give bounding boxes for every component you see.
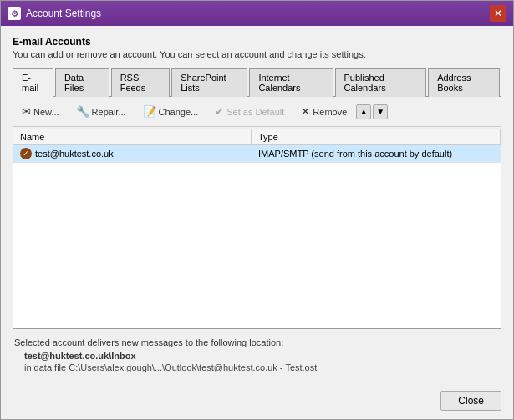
section-description: You can add or remove an account. You ca… [13,49,501,59]
change-label: Change... [159,107,199,117]
repair-button[interactable]: 🔧 Repair... [69,102,134,121]
accounts-toolbar: ✉ New... 🔧 Repair... 📝 Change... ✔ Set a… [13,97,501,127]
inbox-path: test@huktest.co.uk\Inbox [14,351,500,361]
type-column-header: Type [252,129,501,144]
accounts-table: Name Type ✓ test@huktest.co.uk IMAP/SMTP… [13,129,501,329]
account-type: IMAP/SMTP (send from this account by def… [258,149,452,159]
tab-email[interactable]: E-mail [13,68,53,97]
set-default-label: Set as Default [226,107,284,117]
new-label: New... [33,107,59,117]
tabs-bar: E-mail Data Files RSS Feeds SharePoint L… [13,68,501,97]
data-file-path: in data file C:\Users\alex.gough\...\Out… [14,362,500,372]
tab-address-books[interactable]: Address Books [428,68,500,97]
type-cell: IMAP/SMTP (send from this account by def… [252,145,501,162]
title-bar: ⚙ Account Settings ✕ [1,1,513,26]
set-default-icon: ✔ [215,105,224,118]
account-name: test@huktest.co.uk [35,149,114,159]
new-button[interactable]: ✉ New... [14,102,67,121]
move-up-button[interactable]: ▲ [356,104,371,119]
footer-info: Selected account delivers new messages t… [13,329,501,376]
close-button[interactable]: Close [440,391,501,411]
change-icon: 📝 [143,105,156,118]
tab-internet-calendars[interactable]: Internet Calendars [249,68,333,97]
tab-rss-feeds[interactable]: RSS Feeds [111,68,170,97]
repair-icon: 🔧 [76,105,89,118]
dialog-footer: Close [1,384,513,419]
title-close-button[interactable]: ✕ [490,5,506,22]
account-settings-dialog: ⚙ Account Settings ✕ E-mail Accounts You… [0,0,514,420]
account-icon: ✓ [20,148,32,159]
move-down-button[interactable]: ▼ [373,104,388,119]
app-icon: ⚙ [8,7,21,20]
table-row[interactable]: ✓ test@huktest.co.uk IMAP/SMTP (send fro… [13,145,501,163]
title-bar-left: ⚙ Account Settings [8,7,101,20]
dialog-title: Account Settings [26,8,101,19]
name-column-header: Name [13,129,252,144]
tab-data-files[interactable]: Data Files [55,68,109,97]
new-icon: ✉ [22,105,31,118]
section-title: E-mail Accounts [13,36,501,48]
tab-sharepoint-lists[interactable]: SharePoint Lists [171,68,247,97]
table-header: Name Type [13,129,501,145]
remove-button[interactable]: ✕ Remove [293,102,354,121]
set-default-button[interactable]: ✔ Set as Default [207,102,292,121]
location-label: Selected account delivers new messages t… [14,337,500,347]
change-button[interactable]: 📝 Change... [135,102,206,121]
tab-published-calendars[interactable]: Published Calendars [335,68,427,97]
name-cell: ✓ test@huktest.co.uk [13,145,252,162]
dialog-body: E-mail Accounts You can add or remove an… [1,26,513,384]
repair-label: Repair... [92,107,126,117]
remove-label: Remove [313,107,347,117]
remove-icon: ✕ [301,105,310,118]
